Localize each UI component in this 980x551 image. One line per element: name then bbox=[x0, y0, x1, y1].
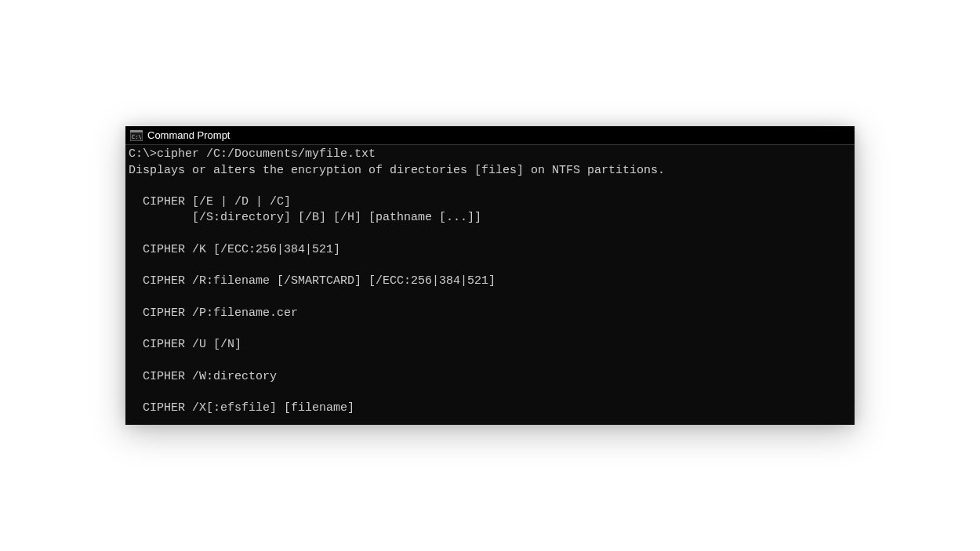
prompt: C:\> bbox=[129, 147, 157, 161]
output-line: Displays or alters the encryption of dir… bbox=[129, 164, 665, 177]
output-line: CIPHER /U [/N] bbox=[129, 338, 241, 351]
output-line: CIPHER /R:filename [/SMARTCARD] [/ECC:25… bbox=[129, 274, 495, 288]
output-line: [/S:directory] [/B] [/H] [pathname [...]… bbox=[129, 211, 481, 224]
output-line: CIPHER /X[:efsfile] [filename] bbox=[129, 401, 354, 415]
cmd-icon: C:\ bbox=[130, 130, 143, 141]
titlebar[interactable]: C:\ Command Prompt bbox=[125, 126, 855, 145]
output-line: CIPHER /W:directory bbox=[129, 370, 277, 383]
command-prompt-window: C:\ Command Prompt C:\>cipher /C:/Docume… bbox=[125, 126, 855, 424]
output-line: CIPHER /P:filename.cer bbox=[129, 306, 298, 320]
svg-text:C:\: C:\ bbox=[132, 134, 142, 140]
window-title: Command Prompt bbox=[147, 129, 230, 141]
output-line: CIPHER [/E | /D | /C] bbox=[129, 195, 291, 208]
entered-command: cipher /C:/Documents/myfile.txt bbox=[157, 147, 376, 161]
output-line: CIPHER /K [/ECC:256|384|521] bbox=[129, 243, 340, 256]
terminal-output[interactable]: C:\>cipher /C:/Documents/myfile.txt Disp… bbox=[125, 145, 855, 424]
svg-rect-1 bbox=[130, 130, 143, 132]
